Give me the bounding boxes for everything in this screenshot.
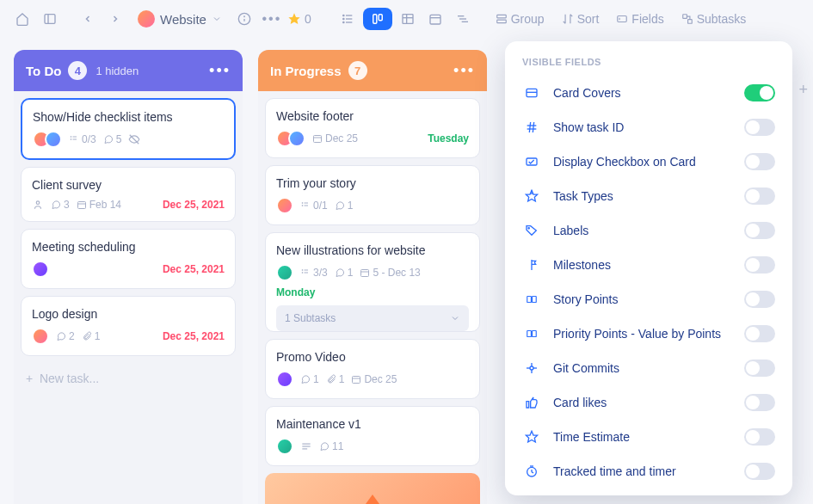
- subtasks-toggle[interactable]: 1 Subtasks: [276, 305, 469, 331]
- info-icon[interactable]: [232, 7, 256, 31]
- field-toggle-row[interactable]: Show task ID: [505, 110, 792, 144]
- svg-rect-66: [527, 331, 532, 337]
- column-menu-icon[interactable]: •••: [209, 62, 231, 80]
- view-table-icon[interactable]: [396, 7, 420, 31]
- avatar: [276, 438, 293, 455]
- labels-icon: [522, 224, 541, 237]
- field-toggle-row[interactable]: Priority Points - Value by Points: [505, 317, 792, 351]
- date-range-meta: 5 - Dec 13: [360, 267, 420, 279]
- toggle-switch[interactable]: [744, 84, 775, 101]
- field-label: Show task ID: [553, 120, 624, 134]
- svg-point-42: [302, 270, 303, 271]
- home-icon[interactable]: [10, 7, 34, 31]
- svg-point-44: [302, 273, 303, 274]
- star-count-value: 0: [305, 12, 311, 26]
- attach-meta: 1: [326, 373, 345, 385]
- field-label: Time Estimate: [553, 430, 630, 444]
- toggle-switch[interactable]: [744, 222, 775, 239]
- comments-meta: 5: [103, 133, 122, 145]
- view-list-icon[interactable]: [336, 7, 360, 31]
- toggle-switch[interactable]: [744, 187, 775, 205]
- task-card[interactable]: Promo Video 1 1 Dec 25: [265, 339, 480, 399]
- calendar-icon: [312, 133, 323, 144]
- hidden-icon: [128, 133, 140, 145]
- view-timeline-icon[interactable]: [451, 7, 475, 31]
- checklist-icon: [300, 267, 311, 278]
- toggle-switch[interactable]: [744, 394, 775, 411]
- column-title: To Do: [26, 64, 61, 78]
- avatar-stack: [276, 130, 305, 147]
- svg-point-62: [528, 228, 529, 229]
- visible-fields-dropdown: VISIBLE FIELDS Card CoversShow task IDDi…: [505, 41, 792, 495]
- calendar-icon: [360, 267, 370, 278]
- svg-line-58: [533, 122, 533, 132]
- view-calendar-icon[interactable]: [423, 7, 447, 31]
- due-date: Dec 25, 2021: [163, 330, 225, 342]
- field-toggle-row[interactable]: Card Covers: [505, 76, 792, 110]
- field-toggle-row[interactable]: Milestones: [505, 248, 792, 282]
- task-card[interactable]: Client survey 3 Feb 14 Dec 25, 2021: [21, 167, 236, 222]
- field-toggle-row[interactable]: Git Commits: [505, 351, 792, 385]
- chevron-down-icon: [450, 313, 460, 323]
- comments-meta: 2: [56, 330, 75, 342]
- nav-back-icon[interactable]: [76, 7, 100, 31]
- field-toggle-row[interactable]: Display Checkbox on Card: [505, 144, 792, 179]
- column-inprogress: In Progress 7 ••• Website footer Dec 25 …: [258, 50, 487, 504]
- dropdown-title: VISIBLE FIELDS: [505, 53, 792, 76]
- task-card[interactable]: Show/Hide checklist items 0/3 5: [21, 98, 236, 160]
- toggle-switch[interactable]: [744, 428, 775, 446]
- field-toggle-row[interactable]: Tracked time and timer: [505, 454, 792, 489]
- comments-meta: 1: [335, 267, 354, 279]
- column-count: 7: [348, 61, 367, 80]
- column-menu-icon[interactable]: •••: [453, 62, 475, 80]
- svg-rect-14: [403, 15, 413, 24]
- field-toggle-row[interactable]: Labels: [505, 213, 792, 248]
- svg-line-76: [532, 472, 533, 473]
- field-toggle-row[interactable]: Card likes: [505, 385, 792, 420]
- subtasks-button[interactable]: Subtasks: [674, 9, 754, 29]
- star-button[interactable]: 0: [287, 12, 311, 26]
- due-date: Dec 25, 2021: [163, 263, 225, 275]
- toggle-switch[interactable]: [744, 291, 775, 308]
- field-label: Git Commits: [553, 361, 619, 375]
- comment-icon: [319, 441, 330, 452]
- nav-forward-icon[interactable]: [103, 7, 127, 31]
- svg-point-10: [342, 22, 343, 22]
- sidebar-toggle-icon[interactable]: [38, 7, 62, 31]
- toggle-switch[interactable]: [744, 119, 775, 136]
- task-card[interactable]: New illustrations for website 3/3 1 5 - …: [265, 232, 480, 332]
- svg-rect-67: [533, 331, 537, 337]
- add-column-button[interactable]: +: [798, 81, 808, 99]
- toggle-switch[interactable]: [744, 360, 775, 377]
- avatar: [32, 261, 49, 278]
- task-card[interactable]: Trim your story 0/1 1: [265, 165, 480, 225]
- group-button[interactable]: Group: [489, 9, 551, 29]
- new-task-button[interactable]: + New task...: [14, 363, 243, 394]
- toolbar: Website ••• 0 Group Sort Fields Subtasks: [0, 0, 813, 38]
- task-card[interactable]: Maintenance v1 11: [265, 406, 480, 466]
- field-toggle-row[interactable]: Task Types: [505, 179, 792, 213]
- toggle-switch[interactable]: [744, 463, 775, 480]
- field-label: Card likes: [553, 396, 607, 409]
- toggle-switch[interactable]: [744, 153, 775, 170]
- task-card[interactable]: Logo design 2 1 Dec 25, 2021: [21, 296, 236, 356]
- fields-button[interactable]: Fields: [609, 9, 670, 29]
- card-title: Maintenance v1: [276, 417, 469, 431]
- task-card-cover[interactable]: [265, 473, 480, 504]
- field-label: Card Covers: [553, 86, 621, 100]
- column-header[interactable]: In Progress 7 •••: [258, 50, 487, 91]
- svg-rect-22: [496, 15, 506, 18]
- task-card[interactable]: Meeting scheduling Dec 25, 2021: [21, 229, 236, 289]
- toggle-switch[interactable]: [744, 256, 775, 274]
- field-toggle-row[interactable]: Story Points: [505, 282, 792, 317]
- sort-button[interactable]: Sort: [555, 9, 607, 29]
- view-board-icon[interactable]: [363, 8, 392, 30]
- task-card[interactable]: Website footer Dec 25 Tuesday: [265, 98, 480, 158]
- field-toggle-row[interactable]: Time Estimate: [505, 420, 792, 454]
- column-header[interactable]: To Do 4 1 hidden •••: [14, 50, 243, 91]
- priority-points-icon: [522, 328, 541, 340]
- toggle-switch[interactable]: [744, 325, 775, 342]
- field-label: Task Types: [553, 189, 613, 203]
- more-icon[interactable]: •••: [260, 7, 284, 31]
- project-selector[interactable]: Website: [131, 7, 229, 31]
